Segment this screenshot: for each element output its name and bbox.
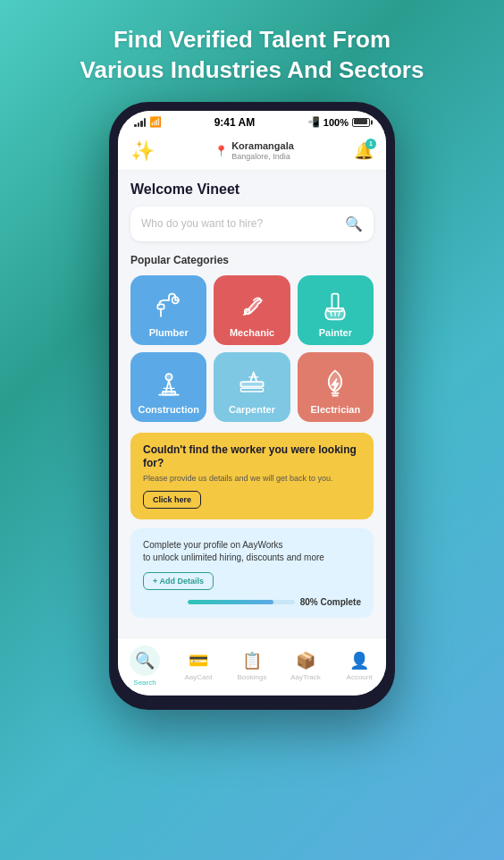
bottom-nav: 🔍 Search 💳 AayCard 📋 Bookings 📦 AayTrack… [118,637,386,696]
clock: 9:41 AM [214,116,256,129]
battery-area: 📲 100% [307,116,370,128]
progress-row: 80% Complete [143,597,361,607]
signal-icon [134,118,146,127]
nav-item-aaytrack[interactable]: 📦 AayTrack [279,651,332,681]
category-electrician[interactable]: Electrician [298,352,374,422]
aaytrack-nav-label: AayTrack [290,673,321,681]
svg-rect-10 [240,388,263,392]
page-heading: Find Verified Talent From Various Indust… [45,0,460,102]
nav-item-aaycard[interactable]: 💳 AayCard [172,651,225,681]
painter-label: Painter [319,327,352,338]
progress-label: 80% Complete [300,597,361,607]
signal-area: 📶 [134,116,162,128]
mechanic-icon [236,291,268,323]
category-carpenter[interactable]: Carpenter [214,352,290,422]
carpenter-label: Carpenter [229,404,275,415]
location-text: Koramangala Bangalore, India [231,140,294,162]
categories-grid: Plumber Mechanic [130,275,374,422]
construction-label: Construction [138,404,198,415]
battery-percent: 100% [323,117,349,128]
account-nav-icon: 👤 [349,651,369,670]
aaycard-nav-icon: 💳 [189,651,208,670]
logo-icon: ✨ [130,139,155,163]
construction-icon [153,367,185,400]
section-title-categories: Popular Categories [130,254,374,266]
phone-mockup: 📶 9:41 AM 📲 100% ✨ 📍 Koramangala Bangalo… [109,102,395,710]
search-nav-icon: 🔍 [135,651,155,670]
app-logo: ✨ [130,139,155,163]
search-bar[interactable]: Who do you want to hire? 🔍 [130,207,374,241]
app-header: ✨ 📍 Koramangala Bangalore, India 🔔 1 [118,132,386,171]
aaycard-nav-label: AayCard [184,673,212,681]
bluetooth-icon: 📲 [307,116,320,128]
profile-banner: Complete your profile on AayWorks to unl… [130,528,374,618]
progress-bar [188,600,295,604]
location-pin-icon: 📍 [214,145,228,157]
account-nav-label: Account [347,673,373,681]
plumber-label: Plumber [149,327,189,338]
search-active-bg: 🔍 [130,645,160,676]
status-bar: 📶 9:41 AM 📲 100% [118,111,386,132]
location-display[interactable]: 📍 Koramangala Bangalore, India [214,140,294,162]
electrician-icon [319,367,351,400]
search-icon[interactable]: 🔍 [345,215,363,232]
nav-item-search[interactable]: 🔍 Search [118,645,172,687]
nav-item-bookings[interactable]: 📋 Bookings [225,651,279,681]
category-mechanic[interactable]: Mechanic [214,275,290,345]
cta-title: Couldn't find the worker you were lookin… [143,443,361,471]
mechanic-label: Mechanic [230,327,274,338]
painter-icon [319,291,351,323]
plumber-icon [153,291,185,323]
location-country: Bangalore, India [231,152,294,162]
aaytrack-nav-icon: 📦 [296,651,315,670]
main-content: Welcome Vineet Who do you want to hire? … [118,171,386,637]
carpenter-icon [236,367,268,400]
category-painter[interactable]: Painter [298,275,374,345]
electrician-label: Electrician [311,404,361,415]
svg-point-7 [165,374,172,380]
notification-badge: 1 [365,139,376,149]
battery-icon [352,118,370,127]
cta-banner: Couldn't find the worker you were lookin… [130,433,374,519]
search-placeholder-text: Who do you want to hire? [141,217,345,230]
cta-button[interactable]: Click here [143,491,201,509]
svg-rect-9 [240,382,263,386]
bookings-nav-label: Bookings [238,673,267,681]
add-details-button[interactable]: + Add Details [143,572,214,590]
welcome-message: Welcome Vineet [130,181,374,198]
wifi-icon: 📶 [149,116,162,128]
profile-description: Complete your profile on AayWorks to unl… [143,539,361,564]
svg-rect-4 [332,293,339,308]
category-plumber[interactable]: Plumber [130,275,206,345]
cta-description: Please provide us details and we will ge… [143,474,361,483]
nav-item-account[interactable]: 👤 Account [332,651,386,681]
progress-bar-fill [188,600,273,604]
notification-button[interactable]: 🔔 1 [354,141,374,161]
bookings-nav-icon: 📋 [242,651,262,670]
location-city: Koramangala [231,140,294,152]
category-construction[interactable]: Construction [130,352,206,422]
search-nav-label: Search [133,679,155,687]
